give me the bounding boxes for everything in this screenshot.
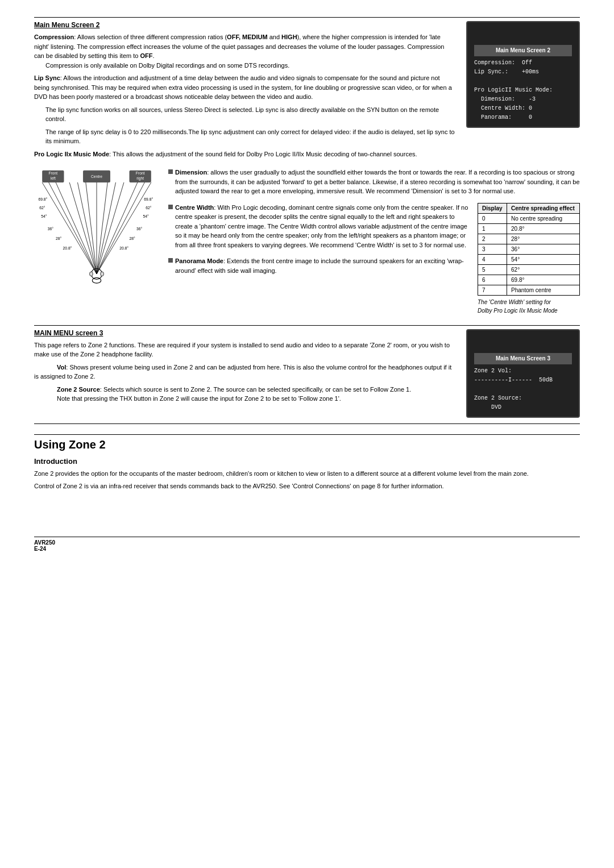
compression-para: Compression: Allows selection of three d… [34,32,455,70]
svg-line-17 [97,182,124,274]
svg-text:69.8°: 69.8° [144,197,153,201]
centrewidth-bullet-icon [168,205,173,209]
table-row: 0No centre spreading [478,213,580,223]
svg-text:20.8°: 20.8° [63,246,72,250]
svg-line-13 [86,182,97,274]
table-row: 669.8° [478,275,580,285]
table-col: Display Centre spreading effect 0No cent… [478,203,580,318]
page-content: Main Menu Screen 2 Compression: Allows s… [34,17,580,552]
svg-text:20.8°: 20.8° [119,246,128,250]
dimension-label: Dimension [175,169,207,176]
table-header-effect: Centre spreading effect [507,203,580,213]
svg-text:Front: Front [49,171,58,175]
zone2-intro2: Control of Zone 2 is via an infra-red re… [34,481,580,491]
svg-point-34 [92,278,101,284]
table-row: 120.8° [478,223,580,234]
using-zone-2-section: Using Zone 2 Introduction Zone 2 provide… [34,423,580,491]
section2-header-left: Main Menu Screen 2 Compression: Allows s… [34,21,455,162]
table-row: 454° [478,254,580,264]
section2-title: Main Menu Screen 2 [34,21,455,29]
table-caption: The 'Centre Width' setting forDolby Pro … [478,298,580,315]
section3-row: MAIN MENU screen 3 This page refers to Z… [34,329,580,418]
table-row: 228° [478,234,580,244]
diagram-section: Front left Centre Front right [34,168,580,318]
introduction-subtitle: Introduction [34,457,580,466]
svg-text:Front: Front [136,171,145,175]
svg-line-12 [77,182,97,274]
svg-text:69.8°: 69.8° [38,197,47,201]
centrewidth-label: Centre Width [175,204,214,211]
centrewidth-para: Centre Width: With Pro Logic decoding, d… [168,203,468,254]
lipsync-note1: The lip sync function works on all sourc… [45,105,455,124]
section3-intro: This page refers to Zone 2 functions. Th… [34,340,455,359]
svg-text:Centre: Centre [91,175,102,178]
svg-text:28°: 28° [56,236,61,240]
compression-note: Compression is only available on Dolby D… [45,61,455,70]
svg-text:36°: 36° [48,227,53,231]
section2-screen-box-col: Main Menu Screen 2Compression: Off Lip S… [466,21,580,128]
section3-rule [34,325,580,326]
section3-left: MAIN MENU screen 3 This page refers to Z… [34,329,455,407]
top-rule [34,17,580,18]
section3-vol-para: Vol: Shows present volume being used in … [34,363,455,381]
screen3-title: Main Menu Screen 3 [474,353,572,364]
centrewidth-row: Centre Width: With Pro Logic decoding, d… [168,203,580,318]
section3-title: MAIN MENU screen 3 [34,329,455,337]
centre-spreading-table: Display Centre spreading effect 0No cent… [478,203,580,296]
section3-zone2source-para: Zone 2 Source: Selects which source is s… [34,385,455,404]
zone2source-note: Note that pressing the THX button in Zon… [57,394,455,404]
footer-model: AVR250 [34,539,55,546]
page-footer: AVR250 E-24 [34,537,580,552]
panorama-bullet-icon [168,258,173,263]
svg-line-20 [97,182,151,274]
svg-text:28°: 28° [129,236,135,240]
lipsync-note2: The range of lip sync delay is 0 to 220 … [45,127,455,146]
table-row: 336° [478,244,580,254]
svg-text:54°: 54° [41,214,47,218]
svg-line-10 [56,182,97,274]
section3-screen-display: Main Menu Screen 3Zone 2 Vol: ----------… [466,329,580,418]
section2-header-row: Main Menu Screen 2 Compression: Allows s… [34,21,580,162]
svg-text:62°: 62° [39,206,45,210]
zone2-intro1: Zone 2 provides the option for the occup… [34,469,580,479]
svg-line-16 [97,182,116,274]
svg-point-35 [90,272,93,276]
using-zone-2-title: Using Zone 2 [34,434,580,451]
dimension-text-col: Dimension: allows the user gradually to … [168,168,580,318]
table-row: 7Phantom centre [478,285,580,295]
vol-label: Vol [57,364,66,371]
svg-line-9 [49,182,97,274]
diagram-col: Front left Centre Front right [34,168,159,300]
svg-line-11 [69,182,97,274]
footer-page: E-24 [34,546,46,552]
svg-line-15 [97,182,107,274]
panorama-label: Panorama Mode [175,258,223,264]
table-row: 562° [478,264,580,275]
svg-point-36 [101,272,104,276]
section3-screen-col: Main Menu Screen 3Zone 2 Vol: ----------… [466,329,580,418]
svg-text:left: left [51,176,56,180]
zone2-rule [34,423,580,424]
prologic-label: Pro Logic IIx Music Mode [34,151,109,157]
panorama-para: Panorama Mode: Extends the front centre … [168,256,468,279]
svg-line-18 [97,182,138,274]
section-main-menu-3: MAIN MENU screen 3 This page refers to Z… [34,325,580,418]
lipsync-para: Lip Sync: Allows the introduction and ad… [34,73,455,102]
svg-text:62°: 62° [146,206,151,210]
table-header-display: Display [478,203,507,213]
speaker-diagram-svg: Front left Centre Front right [34,168,159,298]
prologic-para: Pro Logic IIx Music Mode: This allows th… [34,149,455,159]
lipsync-label: Lip Sync [34,74,60,81]
dimension-bullet-icon [168,169,173,174]
section-main-menu-2: Main Menu Screen 2 Compression: Allows s… [34,21,580,318]
compression-label: Compression [34,34,74,40]
section2-screen-display: Main Menu Screen 2Compression: Off Lip S… [466,21,580,128]
dimension-para: Dimension: allows the user gradually to … [168,168,580,200]
zone2source-label: Zone 2 Source [57,386,100,393]
svg-text:54°: 54° [143,214,148,218]
screen2-title: Main Menu Screen 2 [474,45,572,56]
svg-text:36°: 36° [136,227,142,231]
centrewidth-text: Centre Width: With Pro Logic decoding, d… [168,203,468,283]
svg-text:right: right [136,176,144,181]
